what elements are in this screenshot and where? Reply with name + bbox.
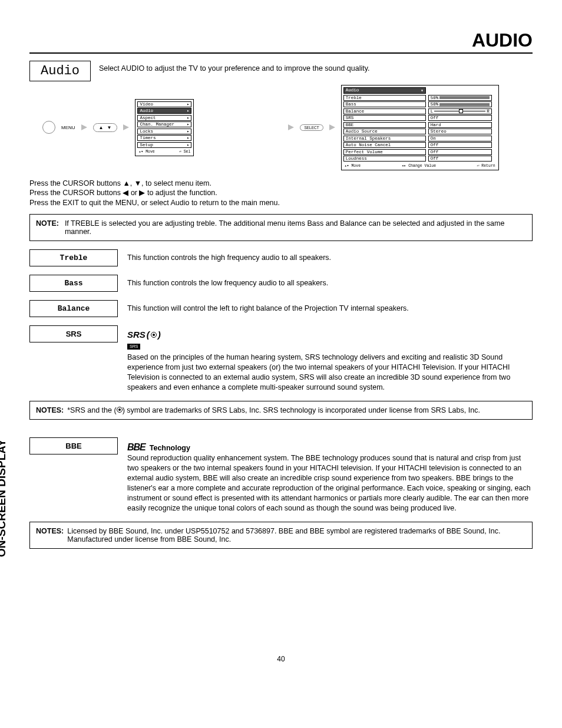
- osd-row-balance: Balance: [343, 108, 426, 114]
- srs-logo-icon: SRS(): [127, 329, 161, 341]
- feature-label-bbe: BBE: [29, 437, 118, 454]
- arrow-icon: [288, 124, 294, 130]
- instructions: Press the CURSOR buttons ▲, ▼, to select…: [29, 179, 533, 209]
- feature-desc-bass: This function controls the low frequency…: [127, 275, 533, 288]
- select-button-icon: SELECT: [300, 124, 323, 131]
- osd-val-audio-source: Stereo: [428, 129, 492, 134]
- notes-box-bbe: NOTES: Licensed by BBE Sound, Inc. under…: [29, 522, 533, 549]
- rocker-icon: ▲▼: [93, 123, 118, 132]
- feature-label-balance: Balance: [29, 300, 118, 317]
- feature-desc-treble: This function controls the high frequenc…: [127, 249, 533, 263]
- page-title: AUDIO: [29, 29, 533, 54]
- feature-label-bass: Bass: [29, 275, 118, 292]
- bbe-logo-icon: BBE: [127, 442, 146, 452]
- osd-audio-menu: Audio ▾ Treble50% Bass50% BalanceLR SRSO…: [341, 85, 499, 170]
- osd-val-perfect-volume: Off: [428, 149, 492, 155]
- note-text: If TREBLE is selected you are adjusting …: [65, 219, 526, 236]
- osd-row-bbe: BBE: [343, 122, 426, 128]
- feature-label-treble: Treble: [29, 249, 118, 266]
- intro-text: Select AUDIO to adjust the TV to your pr…: [99, 61, 533, 81]
- srs-dot-icon: [117, 407, 123, 413]
- feature-desc-bbe: BBE Technology Sound reproduction qualit…: [127, 437, 533, 513]
- arrow-icon: [123, 124, 129, 130]
- osd-row-audio-source: Audio Source: [343, 129, 426, 134]
- osd-val-loudness: Off: [428, 156, 492, 162]
- osd-item-timers: Timers▸: [137, 135, 191, 141]
- osd-row-bass: Bass: [343, 101, 426, 107]
- osd-row-internal-speakers: Internal Speakers: [343, 136, 426, 141]
- osd-item-audio: Audio▸: [137, 108, 191, 114]
- osd-item-chan-manager: Chan. Manager▸: [137, 121, 191, 127]
- notes-label: NOTES:: [36, 527, 64, 543]
- arrow-icon: [81, 124, 87, 130]
- osd-row-loudness: Loudness: [343, 156, 426, 162]
- osd-val-auto-noise: Off: [428, 142, 492, 148]
- osd-audio-header: Audio ▾: [343, 87, 426, 94]
- note-box-1: NOTE: If TREBLE is selected you are adju…: [29, 214, 533, 241]
- osd-item-video: Video▸: [137, 101, 191, 107]
- notes-label: NOTES:: [36, 406, 64, 414]
- notes-box-srs: NOTES: *SRS and the () symbol are tradem…: [29, 401, 533, 420]
- feature-desc-srs: SRS() SRS Based on the principles of the…: [127, 325, 533, 393]
- osd-audio-footer: ▴▾ Move ◂▸ Change Value ⏎ Return: [343, 163, 497, 168]
- notes-text: *SRS and the () symbol are trademarks of…: [67, 406, 480, 414]
- osd-val-treble: 50%: [428, 95, 492, 101]
- menu-label: MENU: [61, 125, 75, 130]
- notes-text: Licensed by BBE Sound, Inc. under USP551…: [67, 527, 526, 543]
- osd-val-bass: 50%: [428, 101, 492, 107]
- srs-sub-badge: SRS: [127, 344, 140, 349]
- osd-item-aspect: Aspect▸: [137, 115, 191, 121]
- osd-val-internal-speakers: On: [428, 136, 492, 141]
- osd-row-treble: Treble: [343, 95, 426, 101]
- osd-item-locks: Locks▸: [137, 129, 191, 134]
- osd-main-menu: Video▸ Audio▸ Aspect▸ Chan. Manager▸ Loc…: [135, 99, 194, 157]
- osd-val-bbe: Hard: [428, 122, 492, 128]
- feature-label-srs: SRS: [29, 325, 118, 342]
- audio-section-label: Audio: [29, 61, 91, 81]
- feature-desc-balance: This function will control the left to r…: [127, 300, 533, 314]
- osd-row-auto-noise: Auto Noise Cancel: [343, 142, 426, 148]
- menu-button-icon: [42, 121, 55, 134]
- page-number: 40: [29, 655, 533, 663]
- osd-footer: ▴▾ Move ⏎ Sel: [137, 149, 191, 154]
- side-tab: ON-SCREEN DISPLAY: [0, 439, 8, 557]
- note-label: NOTE:: [36, 219, 59, 236]
- osd-val-balance: LR: [428, 108, 492, 114]
- osd-item-setup: Setup▸: [137, 142, 191, 148]
- osd-row-perfect-volume: Perfect Volume: [343, 149, 426, 155]
- arrow-icon: [329, 124, 335, 130]
- osd-row-srs: SRS: [343, 115, 426, 121]
- flow-diagram: MENU ▲▼ Video▸ Audio▸ Aspect▸ Chan. Mana…: [42, 85, 533, 170]
- osd-val-srs: Off: [428, 115, 492, 121]
